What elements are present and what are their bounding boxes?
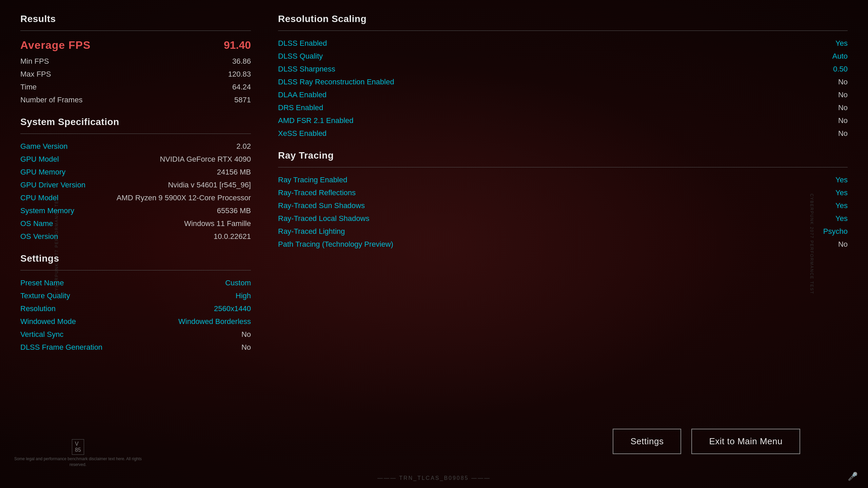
right-panel: Resolution Scaling DLSS Enabled Yes DLSS… (278, 14, 848, 474)
settings-section: Settings Preset Name Custom Texture Qual… (20, 253, 251, 354)
rt-lighting-label: Ray-Traced Lighting (278, 227, 345, 236)
rt-lighting-value: Psycho (823, 227, 848, 236)
time-row: Time 64.24 (20, 81, 251, 94)
amd-fsr-row: AMD FSR 2.1 Enabled No (278, 114, 848, 127)
gpu-memory-value: 24156 MB (217, 168, 251, 177)
cpu-model-value: AMD Ryzen 9 5900X 12-Core Processor (117, 194, 251, 202)
path-tracing-label: Path Tracing (Technology Preview) (278, 240, 393, 249)
rt-sun-shadows-row: Ray-Traced Sun Shadows Yes (278, 199, 848, 212)
os-name-value: Windows 11 Famille (184, 219, 251, 228)
dlss-quality-value: Auto (832, 52, 848, 61)
results-divider (20, 30, 251, 31)
rt-reflections-value: Yes (835, 188, 848, 197)
min-fps-row: Min FPS 36.86 (20, 55, 251, 68)
dlss-framegen-value: No (241, 343, 251, 352)
results-title: Results (20, 14, 251, 24)
amd-fsr-value: No (838, 116, 848, 125)
rt-enabled-value: Yes (835, 176, 848, 184)
average-fps-value: 91.40 (224, 39, 251, 52)
texture-quality-row: Texture Quality High (20, 289, 251, 302)
dlss-rr-label: DLSS Ray Reconstruction Enabled (278, 78, 394, 86)
gpu-memory-row: GPU Memory 24156 MB (20, 166, 251, 179)
resolution-scaling-divider (278, 30, 848, 31)
dlss-quality-row: DLSS Quality Auto (278, 50, 848, 63)
dlss-rr-value: No (838, 78, 848, 86)
os-version-value: 10.0.22621 (214, 232, 251, 241)
frames-row: Number of Frames 5871 (20, 94, 251, 106)
os-name-row: OS Name Windows 11 Famille (20, 217, 251, 230)
frames-label: Number of Frames (20, 96, 82, 104)
time-value: 64.24 (232, 83, 251, 92)
rt-reflections-label: Ray-Traced Reflections (278, 188, 356, 197)
dlss-rr-row: DLSS Ray Reconstruction Enabled No (278, 76, 848, 88)
vsync-value: No (241, 330, 251, 339)
frames-value: 5871 (234, 96, 251, 104)
dlss-quality-label: DLSS Quality (278, 52, 323, 61)
max-fps-label: Max FPS (20, 70, 51, 79)
min-fps-value: 36.86 (232, 57, 251, 66)
windowed-mode-label: Windowed Mode (20, 317, 76, 326)
ray-tracing-title: Ray Tracing (278, 150, 848, 161)
xess-enabled-value: No (838, 129, 848, 138)
dlss-sharpness-label: DLSS Sharpness (278, 65, 335, 74)
system-spec-title: System Specification (20, 117, 251, 127)
texture-quality-value: High (236, 291, 251, 300)
gpu-driver-label: GPU Driver Version (20, 181, 85, 189)
dlss-sharpness-value: 0.50 (833, 65, 848, 74)
system-memory-row: System Memory 65536 MB (20, 204, 251, 217)
dlss-framegen-label: DLSS Frame Generation (20, 343, 102, 352)
rt-local-shadows-row: Ray-Traced Local Shadows Yes (278, 212, 848, 225)
gpu-driver-value: Nvidia v 54601 [r545_96] (168, 181, 251, 189)
average-fps-label: Average FPS (20, 39, 91, 52)
dlss-sharpness-row: DLSS Sharpness 0.50 (278, 63, 848, 76)
drs-enabled-row: DRS Enabled No (278, 101, 848, 114)
time-label: Time (20, 83, 37, 92)
resolution-scaling-section: Resolution Scaling DLSS Enabled Yes DLSS… (278, 14, 848, 140)
vsync-row: Vertical Sync No (20, 328, 251, 341)
resolution-row: Resolution 868x488 (20, 302, 251, 315)
dlss-framegen-row: DLSS Frame Generation No (20, 341, 251, 354)
dlaa-enabled-label: DLAA Enabled (278, 90, 327, 99)
resolution-label: Resolution (20, 304, 56, 313)
dlss-enabled-value: Yes (835, 39, 848, 48)
min-fps-label: Min FPS (20, 57, 49, 66)
average-fps-row: Average FPS 91.40 (20, 37, 251, 54)
ray-tracing-section: Ray Tracing Ray Tracing Enabled Yes Ray-… (278, 150, 848, 251)
gpu-model-row: GPU Model NVIDIA GeForce RTX 4090 (20, 153, 251, 166)
xess-enabled-label: XeSS Enabled (278, 129, 327, 138)
preset-name-row: Preset Name Custom (20, 277, 251, 289)
rt-lighting-row: Ray-Traced Lighting Psycho (278, 225, 848, 238)
rt-reflections-row: Ray-Traced Reflections Yes (278, 186, 848, 199)
rt-sun-shadows-label: Ray-Traced Sun Shadows (278, 201, 365, 210)
os-version-label: OS Version (20, 232, 58, 241)
dlss-enabled-label: DLSS Enabled (278, 39, 327, 48)
system-spec-divider (20, 134, 251, 134)
resolution-value: 868x488 (214, 304, 251, 313)
ray-tracing-divider (278, 167, 848, 167)
rt-enabled-row: Ray Tracing Enabled Yes (278, 174, 848, 186)
rt-local-shadows-value: Yes (835, 214, 848, 223)
preset-name-value: Custom (225, 279, 251, 287)
rt-enabled-label: Ray Tracing Enabled (278, 176, 347, 184)
dlaa-enabled-row: DLAA Enabled No (278, 88, 848, 101)
os-version-row: OS Version 10.0.22621 (20, 230, 251, 243)
dlaa-enabled-value: No (838, 90, 848, 99)
game-version-value: 2.02 (236, 142, 251, 151)
drs-enabled-label: DRS Enabled (278, 103, 323, 112)
gpu-model-value: NVIDIA GeForce RTX 4090 (160, 155, 251, 164)
path-tracing-row: Path Tracing (Technology Preview) No (278, 238, 848, 251)
system-spec-section: System Specification Game Version 2.02 G… (20, 117, 251, 243)
texture-quality-label: Texture Quality (20, 291, 70, 300)
windowed-mode-value: Windowed Borderless (178, 317, 251, 326)
settings-title: Settings (20, 253, 251, 264)
gpu-driver-row: GPU Driver Version Nvidia v 54601 [r545_… (20, 179, 251, 191)
max-fps-value: 120.83 (228, 70, 251, 79)
path-tracing-value: No (838, 240, 848, 249)
os-name-label: OS Name (20, 219, 53, 228)
amd-fsr-label: AMD FSR 2.1 Enabled (278, 116, 354, 125)
dlss-enabled-row: DLSS Enabled Yes (278, 37, 848, 50)
settings-divider (20, 270, 251, 270)
rt-local-shadows-label: Ray-Traced Local Shadows (278, 214, 369, 223)
system-memory-value: 65536 MB (217, 206, 251, 215)
system-memory-label: System Memory (20, 206, 74, 215)
